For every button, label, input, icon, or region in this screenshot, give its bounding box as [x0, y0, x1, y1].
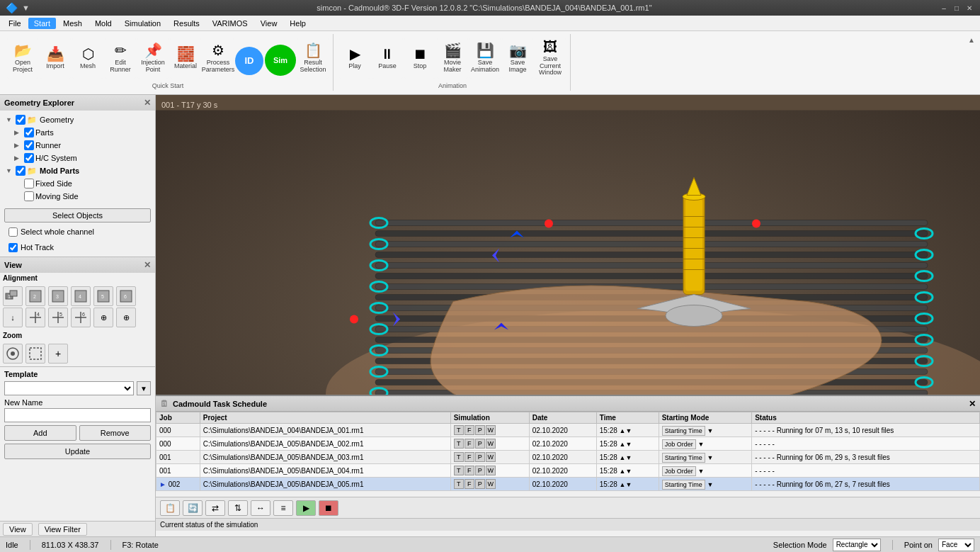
tree-check-runner[interactable]: [24, 140, 34, 150]
update-template-button[interactable]: Update: [4, 444, 151, 459]
ts-sim-btn-P[interactable]: P: [475, 452, 485, 462]
tree-item-hcsystem[interactable]: ▶ H/C System: [3, 152, 152, 164]
hot-track-check[interactable]: [8, 243, 18, 252]
ts-sim-btn-W[interactable]: W: [486, 452, 496, 462]
tree-item-geometry[interactable]: ▼ 📁 Geometry: [3, 113, 152, 126]
task-schedule-row[interactable]: 001C:\Simulations\BANDEJA_005\BANDEJA_00…: [156, 464, 980, 478]
ts-sim-btn-F[interactable]: F: [465, 439, 474, 449]
tree-check-fixedside[interactable]: [24, 179, 34, 188]
ts-btn-swap1[interactable]: ⇄: [205, 500, 225, 516]
ts-sim-btn-P[interactable]: P: [475, 439, 485, 449]
point-on-select[interactable]: Face Edge Vertex: [938, 539, 974, 551]
menu-simulation[interactable]: Simulation: [119, 18, 166, 29]
ts-sim-btn-F[interactable]: F: [465, 479, 474, 489]
view-filter-button[interactable]: View Filter: [38, 523, 87, 536]
zoom-plus-button[interactable]: +: [48, 344, 68, 364]
menu-mesh[interactable]: Mesh: [57, 18, 88, 29]
import-button[interactable]: 📥 Import: [40, 38, 71, 79]
template-dropdown-button[interactable]: ▼: [137, 381, 151, 395]
play-button[interactable]: ▶ Play: [339, 38, 370, 79]
task-schedule-row[interactable]: 001C:\Simulations\BANDEJA_005\BANDEJA_00…: [156, 451, 980, 464]
view-panel-header[interactable]: View ✕: [0, 257, 155, 273]
ts-sim-btn-T[interactable]: T: [454, 439, 464, 449]
align-btn-xminus[interactable]: 5: [48, 308, 68, 327]
ts-sim-btn-F[interactable]: F: [465, 452, 474, 462]
ts-btn-grid[interactable]: ≡: [273, 500, 293, 516]
new-name-input[interactable]: [4, 408, 151, 422]
ts-btn-stop[interactable]: ⏹: [319, 500, 338, 516]
align-btn-5[interactable]: 5: [93, 286, 113, 306]
task-schedule-row[interactable]: ► 002C:\Simulations\BANDEJA_005\BANDEJA_…: [156, 478, 980, 491]
ts-btn-swap3[interactable]: ↔: [251, 500, 270, 516]
ts-sim-btn-F[interactable]: F: [465, 466, 474, 475]
ts-btn-run[interactable]: ▶: [296, 500, 316, 516]
edit-runner-button[interactable]: ✏ EditRunner: [105, 38, 136, 79]
maximize-button[interactable]: □: [952, 3, 962, 13]
remove-template-button[interactable]: Remove: [79, 425, 152, 441]
ts-btn-refresh[interactable]: 🔄: [183, 500, 203, 516]
tree-check-hcsystem[interactable]: [24, 153, 34, 163]
select-objects-button[interactable]: Select Objects: [4, 208, 151, 223]
injection-point-button[interactable]: 📌 InjectionPoint: [137, 38, 169, 79]
save-current-window-button[interactable]: 🖼 Save CurrentWindow: [535, 38, 566, 79]
ts-sim-btn-T[interactable]: T: [454, 452, 464, 462]
tree-item-moldparts[interactable]: ▼ 📁 Mold Parts: [3, 164, 152, 177]
close-button[interactable]: ✕: [964, 3, 974, 13]
save-animation-button[interactable]: 💾 SaveAnimation: [469, 38, 501, 79]
tree-check-parts[interactable]: [24, 128, 34, 137]
align-btn-4[interactable]: 4: [71, 286, 91, 306]
task-schedule-table-wrap[interactable]: Job Project Simulation Date Time Startin…: [156, 412, 980, 497]
align-btn-2[interactable]: 2: [25, 286, 45, 306]
tree-item-parts[interactable]: ▶ Parts: [3, 126, 152, 139]
menu-start[interactable]: Start: [28, 18, 56, 29]
result-selection-button[interactable]: 📋 ResultSelection: [297, 38, 329, 79]
ts-sim-btn-T[interactable]: T: [454, 479, 464, 489]
ts-sim-btn-W[interactable]: W: [486, 439, 496, 449]
ts-sim-btn-T[interactable]: T: [454, 425, 464, 435]
ts-sim-btn-W[interactable]: W: [486, 425, 496, 435]
tree-item-runner[interactable]: ▶ Runner: [3, 139, 152, 152]
align-btn-3[interactable]: 3: [48, 286, 68, 306]
geometry-explorer-close[interactable]: ✕: [144, 98, 151, 108]
ts-sim-btn-P[interactable]: P: [475, 425, 485, 435]
tree-check-geometry[interactable]: [16, 115, 25, 125]
toolbar-expand-button[interactable]: ▲: [966, 34, 977, 45]
menu-varimos[interactable]: VARIMOS: [207, 18, 253, 29]
menu-help[interactable]: Help: [284, 18, 312, 29]
menu-view[interactable]: View: [255, 18, 283, 29]
ts-btn-swap2[interactable]: ⇅: [228, 500, 248, 516]
menu-file[interactable]: File: [3, 18, 27, 29]
tree-check-moldparts[interactable]: [16, 166, 25, 176]
menu-mold[interactable]: Mold: [89, 18, 118, 29]
menu-results[interactable]: Results: [168, 18, 205, 29]
minimize-button[interactable]: –: [939, 3, 949, 13]
zoom-box-button[interactable]: [25, 344, 45, 364]
align-btn-6[interactable]: 6: [116, 286, 136, 306]
viewport[interactable]: 001 - T17 y 30 s: [156, 95, 980, 536]
ts-sim-btn-T[interactable]: T: [454, 466, 464, 475]
align-btn-yminus[interactable]: ⊕: [93, 308, 113, 327]
ts-sim-btn-F[interactable]: F: [465, 425, 474, 435]
id-button[interactable]: ID: [235, 47, 263, 75]
add-template-button[interactable]: Add: [4, 425, 76, 441]
material-button[interactable]: 🧱 Material: [170, 38, 201, 79]
align-btn-zplus[interactable]: ⊕: [116, 308, 136, 327]
template-select[interactable]: [4, 381, 134, 395]
task-schedule-row[interactable]: 000C:\Simulations\BANDEJA_005\BANDEJA_00…: [156, 437, 980, 451]
mesh-button[interactable]: ⬡ Mesh: [72, 38, 103, 79]
zoom-center-button[interactable]: [3, 344, 23, 364]
align-btn-down[interactable]: ↓: [3, 308, 23, 327]
pause-button[interactable]: ⏸ Pause: [372, 38, 403, 79]
align-btn-1[interactable]: 1: [3, 286, 23, 306]
selection-mode-select[interactable]: Rectangle Single Polygon: [833, 539, 881, 551]
ts-btn-schedule[interactable]: 📋: [160, 500, 180, 516]
geometry-explorer-header[interactable]: Geometry Explorer ✕: [0, 95, 155, 111]
ts-sim-btn-W[interactable]: W: [486, 479, 496, 489]
movie-maker-button[interactable]: 🎬 MovieMaker: [437, 38, 468, 79]
tree-item-movingside[interactable]: Moving Side: [3, 190, 152, 203]
save-image-button[interactable]: 📷 SaveImage: [502, 38, 533, 79]
ts-sim-btn-P[interactable]: P: [475, 479, 485, 489]
view-button[interactable]: View: [3, 523, 33, 536]
select-whole-channel-check[interactable]: [8, 227, 18, 237]
tree-item-fixedside[interactable]: Fixed Side: [3, 177, 152, 190]
